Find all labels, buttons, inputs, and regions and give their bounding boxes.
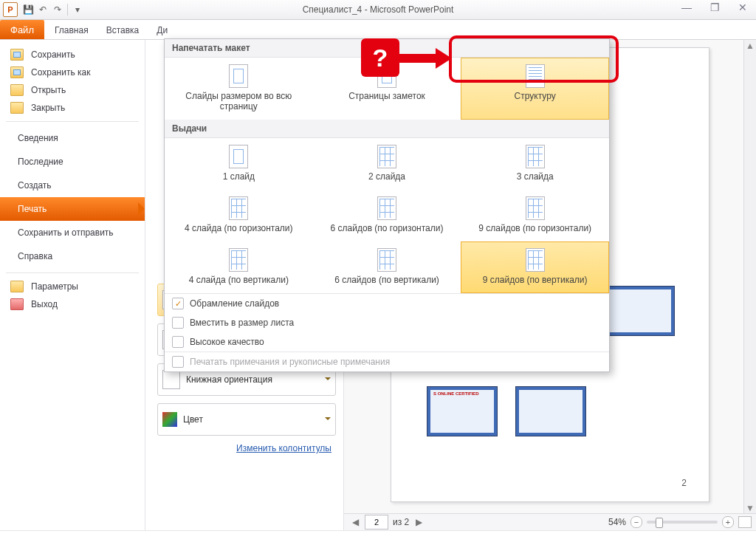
backstage-sidebar: Сохранить Сохранить как Открыть Закрыть … — [0, 40, 145, 530]
qat-undo-icon[interactable]: ↶ — [36, 3, 49, 16]
sidebar-item-options[interactable]: Параметры — [0, 278, 145, 295]
sidebar-item-label: Справка — [18, 251, 52, 261]
edit-header-footer-link[interactable]: Изменить колонтитулы — [157, 443, 336, 453]
zoom-slider[interactable] — [647, 521, 718, 524]
layout-full-page[interactable]: Слайды размером во всю страницу — [165, 58, 313, 120]
preview-bottom-bar: ◀ из 2 ▶ 54% − + — [344, 513, 756, 530]
check-frame-slides[interactable]: ✓ Обрамление слайдов — [165, 294, 609, 313]
tab-home[interactable]: Главная — [46, 21, 97, 39]
window-close-icon[interactable]: ✕ — [732, 1, 753, 14]
slide-thumb — [427, 386, 498, 436]
scroll-up-icon[interactable]: ▲ — [744, 40, 756, 52]
save-as-icon — [10, 66, 24, 78]
tab-design[interactable]: Ди — [148, 21, 176, 39]
next-page-button[interactable]: ▶ — [413, 517, 424, 527]
handout-6v[interactable]: 6 слайдов (по вертикали) — [313, 241, 461, 293]
layout-icon — [526, 64, 545, 88]
sidebar-item-print[interactable]: Печать — [0, 197, 145, 221]
folder-open-icon — [10, 84, 24, 96]
page-number-input[interactable] — [365, 515, 388, 529]
qat-customize-icon[interactable]: ▾ — [71, 3, 84, 16]
layout-icon — [526, 196, 545, 220]
handout-1[interactable]: 1 слайд — [165, 138, 313, 190]
sidebar-item-label: Сохранить и отправить — [18, 227, 114, 238]
sidebar-item-info[interactable]: Сведения — [0, 126, 145, 150]
ribbon-tabs: Файл Главная Вставка Ди ˆ ? — [0, 20, 756, 40]
layout-label: 2 слайда — [317, 171, 458, 182]
sheet-page-number: 2 — [681, 478, 687, 488]
check-label: Высокое качество — [190, 337, 264, 347]
sidebar-separator — [6, 272, 139, 273]
layout-icon — [229, 145, 248, 168]
folder-close-icon — [10, 102, 24, 114]
checkbox-icon — [172, 336, 184, 348]
window-minimize-icon[interactable]: ― — [676, 1, 697, 14]
checkbox-icon — [172, 356, 184, 368]
title-bar: P 💾 ↶ ↷ ▾ Специалист_4 - Microsoft Power… — [0, 0, 756, 20]
sidebar-item-close[interactable]: Закрыть — [0, 99, 145, 117]
sidebar-item-label: Последние — [18, 157, 63, 167]
sidebar-item-label: Открыть — [31, 85, 66, 95]
layout-icon — [229, 64, 248, 88]
layout-label: 9 слайдов (по горизонтали) — [464, 223, 605, 233]
check-print-comments: Печатать примечания и рукописные примеча… — [165, 352, 609, 371]
sidebar-item-new[interactable]: Создать — [0, 174, 145, 197]
qat-save-icon[interactable]: 💾 — [21, 3, 35, 16]
sidebar-item-recent[interactable]: Последние — [0, 150, 145, 174]
layout-icon — [377, 196, 396, 220]
color-icon — [162, 412, 177, 427]
zoom-value: 54% — [608, 517, 626, 527]
sidebar-item-saveas[interactable]: Сохранить как — [0, 64, 145, 81]
layout-outline[interactable]: Структуру — [461, 58, 609, 120]
handout-9v[interactable]: 9 слайдов (по вертикали) — [461, 241, 609, 293]
tab-insert[interactable]: Вставка — [97, 21, 148, 39]
file-tab[interactable]: Файл — [0, 20, 44, 39]
annotation-question-badge: ? — [361, 38, 399, 77]
scroll-down-icon[interactable]: ▼ — [744, 502, 756, 514]
sidebar-item-label: Сохранить — [31, 49, 75, 60]
zoom-in-button[interactable]: + — [722, 516, 734, 528]
sidebar-item-label: Закрыть — [31, 103, 65, 113]
handout-9h[interactable]: 9 слайдов (по горизонтали) — [461, 190, 609, 241]
check-high-quality[interactable]: Высокое качество — [165, 332, 609, 352]
sidebar-item-save[interactable]: Сохранить — [0, 46, 145, 64]
handout-6h[interactable]: 6 слайдов (по горизонтали) — [313, 190, 461, 241]
sidebar-item-share[interactable]: Сохранить и отправить — [0, 221, 145, 244]
window-restore-icon[interactable]: ❐ — [704, 1, 725, 14]
save-icon — [10, 49, 24, 61]
sidebar-item-exit[interactable]: Выход — [0, 295, 145, 313]
annotation-arrow — [396, 49, 455, 68]
color-dropdown[interactable]: Цвет — [157, 403, 336, 436]
color-label: Цвет — [183, 414, 203, 425]
check-label: Печатать примечания и рукописные примеча… — [190, 357, 390, 367]
handout-4h[interactable]: 4 слайда (по горизонтали) — [165, 190, 313, 241]
sidebar-item-help[interactable]: Справка — [0, 244, 145, 268]
slide-thumb — [515, 386, 586, 436]
layout-label: 9 слайдов (по вертикали) — [464, 275, 605, 285]
layout-icon — [526, 145, 545, 168]
handout-2[interactable]: 2 слайда — [313, 138, 461, 190]
sidebar-item-open[interactable]: Открыть — [0, 81, 145, 99]
layout-icon — [377, 248, 396, 272]
sidebar-item-label: Выход — [31, 299, 58, 309]
slide-thumb — [604, 286, 675, 336]
handout-3[interactable]: 3 слайда — [461, 138, 609, 190]
exit-icon — [10, 298, 24, 310]
sidebar-item-label: Создать — [18, 180, 52, 191]
handout-4v[interactable]: 4 слайда (по вертикали) — [165, 241, 313, 293]
print-layout-gallery: Напечатать макет Слайды размером во всю … — [164, 38, 610, 372]
prev-page-button[interactable]: ◀ — [350, 517, 360, 527]
layout-label: 3 слайда — [464, 171, 605, 182]
check-scale-to-fit[interactable]: Вместить в размер листа — [165, 313, 609, 332]
layout-icon — [377, 145, 396, 168]
chevron-down-icon — [325, 417, 331, 423]
preview-scrollbar[interactable]: ▲ ▼ — [743, 40, 756, 514]
layout-label: Слайды размером во всю страницу — [168, 91, 309, 112]
window-title: Специалист_4 - Microsoft PowerPoint — [0, 4, 756, 15]
qat-redo-icon[interactable]: ↷ — [51, 3, 64, 16]
layout-icon — [229, 248, 248, 272]
zoom-knob[interactable] — [656, 518, 663, 528]
zoom-out-button[interactable]: − — [630, 516, 642, 528]
zoom-fit-button[interactable] — [738, 516, 752, 528]
page-of-label: из 2 — [393, 517, 409, 527]
